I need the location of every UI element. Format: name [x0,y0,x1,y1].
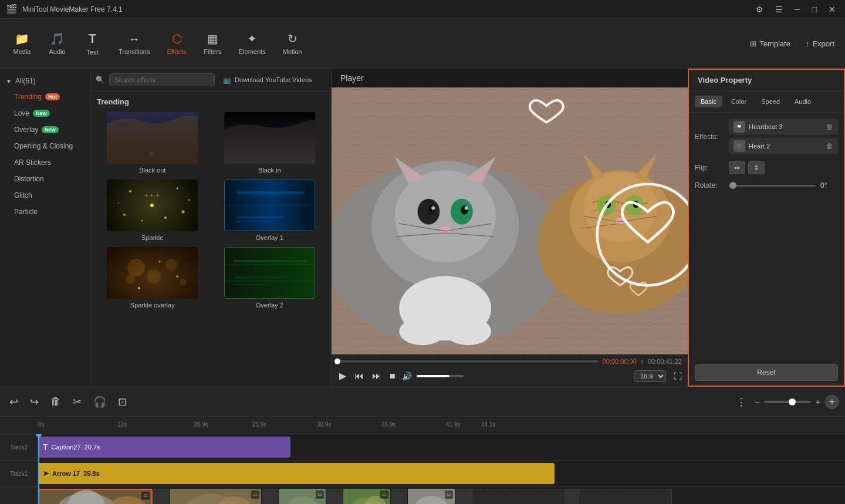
effects-label: Effects [167,48,186,55]
ruler-44s: 44.1s [481,421,495,428]
ar-label: AR Stickers [14,158,51,167]
zoom-in-icon[interactable]: + [816,397,820,407]
close-button[interactable]: ✕ [825,4,839,15]
effect-label-sparkle-overlay: Sparkle overlay [130,302,175,309]
maximize-button[interactable]: □ [809,4,820,15]
prev-frame-button[interactable]: ⏮ [353,369,366,383]
time-current: 00:00:00:00 [603,358,637,365]
toolbar-effects[interactable]: ⬡ Effects [160,28,193,59]
transition-2[interactable]: ↺ [262,489,278,505]
tab-audio[interactable]: Audio [789,96,817,107]
video-thumb-2-visual [170,489,261,505]
stop-button[interactable]: ■ [388,369,397,383]
effect-thumb-sparkle-overlay [107,247,198,299]
arrow-clip[interactable]: ➤ Arrow 17 35.8s [38,463,555,484]
play-button[interactable]: ▶ [337,368,348,383]
search-input[interactable] [109,73,215,86]
download-youtube-button[interactable]: 📺 Download YouTube Videos [219,75,316,86]
arrow-clip-icon: ➤ [43,469,49,478]
add-track-button[interactable]: + [825,395,839,409]
delete-effect-heartbeat3[interactable]: 🗑 [826,123,833,131]
sparkle-overlay-visual [107,247,198,299]
toolbar-audio[interactable]: 🎵 Audio [41,28,73,59]
volume-slider[interactable] [417,375,464,377]
tab-basic[interactable]: Basic [695,96,722,107]
toolbar-text[interactable]: T Text [76,28,109,59]
sidebar-item-opening[interactable]: Opening & Closing [0,138,90,154]
effect-entry-icon-heart2: ♡ [734,140,745,152]
video-thumb-2[interactable]: □ 🔇 [170,489,261,505]
sidebar-item-trending[interactable]: Trending Hot [0,89,90,105]
effect-blackout[interactable]: ♡ Black out [97,112,208,174]
menu-icon[interactable]: ☰ [772,4,786,15]
video-thumb-4[interactable]: □ [343,489,390,505]
ruler-25s: 25.9s [252,421,266,428]
template-label: Template [759,39,790,48]
download-icon: 📺 [223,76,231,84]
timeline: 0s 12s 20.9s 25.9s 30.9s 35.9s 41.9s 44.… [0,416,845,504]
video-thumb-1[interactable]: □ 🔊 [38,489,153,505]
minimize-button[interactable]: ─ [791,4,804,15]
settings-icon[interactable]: ⚙ [752,4,767,15]
undo-button[interactable]: ↩ [6,393,22,411]
effect-sparkle-overlay[interactable]: Sparkle overlay [97,247,208,309]
caption-clip[interactable]: T Caption27 20.7s [38,437,290,458]
reset-button[interactable]: Reset [695,364,838,381]
effect-overlay2[interactable]: Overlay 2 [214,247,326,309]
toolbar-elements[interactable]: ✦ Elements [232,28,273,59]
sidebar-item-love[interactable]: Love New [0,105,90,121]
flip-horizontal-button[interactable]: ⇔ [729,161,745,174]
tab-color[interactable]: Color [725,96,752,107]
zoom-track[interactable] [764,401,811,403]
template-button[interactable]: ⊞ Template [745,37,795,50]
svg-point-22 [165,259,177,270]
sidebar-item-particle[interactable]: Particle [0,204,90,220]
transition-3[interactable]: ↺ [326,489,343,505]
delete-effect-heart2[interactable]: 🗑 [826,142,833,150]
svg-rect-32 [234,283,269,285]
transition-6[interactable]: ↺ [564,489,580,505]
sidebar-item-distortion[interactable]: Distortion [0,171,90,187]
toolbar-filters[interactable]: ▦ Filters [197,28,229,59]
sidebar-item-ar[interactable]: AR Stickers [0,154,90,171]
toolbar-transitions[interactable]: ↔ Transitions [111,29,157,59]
player-title: Player [340,73,364,83]
transition-1[interactable]: ↺ [153,489,170,505]
delete-button[interactable]: 🗑 [47,393,65,410]
video-track-content: □ 🔊 ↺ □ [38,487,845,504]
headphones-button[interactable]: 🎧 [90,393,110,411]
aspect-ratio-select[interactable]: 16:9 4:3 1:1 9:16 [634,370,666,382]
export-button[interactable]: ↑ Export [801,37,839,50]
blackin-visual [224,112,315,164]
empty-slot-2: ⬇ [581,489,672,505]
effect-blackin[interactable]: Black in [214,112,326,174]
split-button[interactable]: ⋮ [732,393,750,411]
fullscreen-button[interactable]: ⛶ [674,371,682,381]
zoom-out-icon[interactable]: − [755,397,759,407]
rotate-slider[interactable] [729,185,816,187]
sidebar-item-glitch[interactable]: Glitch [0,187,90,204]
redo-button[interactable]: ↪ [26,393,42,411]
toolbar-motion[interactable]: ↻ Motion [276,28,309,59]
all-categories-header[interactable]: ▼ All(61) [0,73,90,89]
all-label: All(61) [15,77,36,85]
crop-button[interactable]: ⊡ [114,393,130,411]
toolbar-media[interactable]: 📁 Media [6,28,38,59]
effects-area: 🔍 📺 Download YouTube Videos Trending [91,69,331,387]
effects-grid: ♡ Black out [97,112,325,309]
transition-4[interactable]: ↺ [391,489,407,505]
progress-bar[interactable] [337,360,598,363]
left-panel: ▼ All(61) Trending Hot Love New Overlay … [0,69,332,387]
video-thumb-5[interactable]: □ [408,489,455,505]
transition-5[interactable]: ↺ [455,489,472,505]
sidebar-item-overlay[interactable]: Overlay New [0,121,90,138]
tab-speed[interactable]: Speed [755,96,786,107]
video-thumb-3[interactable]: □ [279,489,326,505]
effect-sparkle[interactable]: ✦ ✦ ✦ Sparkle [97,180,208,241]
svg-point-3 [150,204,154,207]
next-frame-button[interactable]: ⏭ [370,369,383,383]
app-title: MiniTool MovieMaker Free 7.4.1 [22,5,123,13]
flip-vertical-button[interactable]: ⇕ [748,161,765,174]
cut-button[interactable]: ✂ [69,393,85,411]
effect-overlay1[interactable]: Overlay 1 [214,180,326,241]
